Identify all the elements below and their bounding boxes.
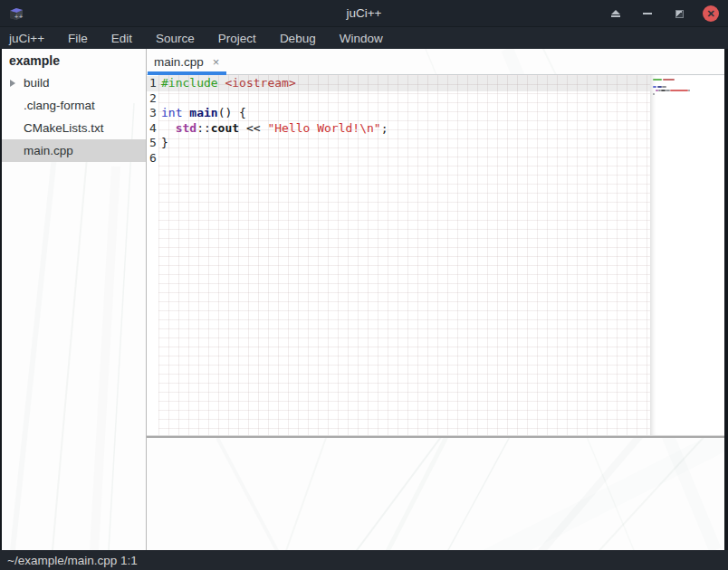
line-text: int main() {: [158, 106, 246, 121]
minimap-line-fragment: [670, 90, 688, 91]
close-icon: ✕: [703, 5, 719, 22]
titlebar[interactable]: ++ juCi++ ✕: [0, 0, 728, 27]
minimap-line-fragment: [688, 90, 690, 91]
code-line-3: 3int main() {: [147, 106, 650, 121]
project-name: example: [2, 49, 146, 71]
sidebar-divider[interactable]: [146, 49, 147, 550]
line-text: std::cout << "Hello World!\n";: [158, 121, 388, 137]
menu-juci[interactable]: juCi++: [0, 27, 56, 49]
code-line-2: 2: [147, 91, 650, 107]
file-tree: example build.clang-formatCMakeLists.txt…: [2, 49, 146, 550]
app-window: ++ juCi++ ✕ juCi++FileEditSourceProjectD…: [0, 0, 728, 570]
shade-button[interactable]: [608, 5, 624, 22]
shade-icon: [611, 10, 620, 17]
minimize-button[interactable]: [639, 5, 656, 22]
line-number: 6: [147, 151, 158, 166]
tree-item-cmakelists-txt[interactable]: CMakeLists.txt: [2, 117, 146, 139]
line-number: 1: [147, 76, 158, 91]
expander-icon[interactable]: [10, 80, 15, 87]
token-string: "Hello World!\n": [267, 121, 380, 135]
tab-close-icon[interactable]: ×: [213, 56, 220, 68]
minimap-line-fragment: [662, 86, 666, 88]
close-button[interactable]: ✕: [703, 5, 719, 22]
tree-item-label: .clang-format: [2, 99, 95, 112]
restore-icon: [675, 10, 684, 18]
token-namespace: std: [176, 121, 196, 135]
minimap-line-fragment: [653, 79, 662, 81]
minimap-line-fragment: [653, 93, 655, 95]
token-function: main: [189, 106, 217, 119]
window-controls: ✕: [608, 0, 719, 27]
menu-project[interactable]: Project: [206, 27, 268, 49]
line-number: 4: [147, 121, 158, 137]
tree-item-build[interactable]: build: [2, 71, 146, 94]
code-line-1: 1#include <iostream>: [147, 76, 650, 91]
code-line-4: 4 std::cout << "Hello World!\n";: [147, 121, 650, 137]
window-border-right: [724, 49, 728, 550]
line-text: #include <iostream>: [158, 76, 296, 91]
menu-file[interactable]: File: [56, 27, 100, 49]
code-line-6: 6: [147, 151, 650, 166]
code-editor[interactable]: 1#include <iostream>23int main() {4 std:…: [147, 75, 724, 435]
window-border-left: [0, 49, 2, 550]
minimap-line-fragment: [663, 79, 675, 81]
minimap[interactable]: [650, 75, 724, 435]
minimap-line-fragment: [653, 86, 656, 88]
terminal-panel[interactable]: [147, 438, 724, 550]
token-preproc: #include: [161, 76, 218, 90]
token-plain: <<: [239, 121, 267, 135]
code-line-5: 5}: [147, 136, 650, 151]
menubar: juCi++FileEditSourceProjectDebugWindow: [0, 27, 728, 49]
tree-item-label: CMakeLists.txt: [2, 121, 104, 135]
line-number: 3: [147, 106, 158, 121]
line-text: [158, 151, 161, 166]
token-plain: () {: [218, 106, 246, 119]
restore-button[interactable]: [671, 5, 687, 22]
token-member: cout: [211, 121, 239, 135]
token-incpath: <iostream>: [225, 76, 295, 90]
tab-label: main.cpp: [154, 55, 204, 69]
menu-source[interactable]: Source: [144, 27, 206, 49]
minimize-icon: [643, 13, 652, 14]
line-text: }: [158, 136, 168, 151]
token-plain: [161, 121, 176, 135]
main-pane: main.cpp × 1#include <iostream>23int mai…: [147, 49, 724, 550]
menu-window[interactable]: Window: [328, 27, 395, 49]
menu-debug[interactable]: Debug: [268, 27, 328, 49]
token-plain: ::: [196, 121, 211, 135]
tabbar: main.cpp ×: [147, 49, 724, 75]
status-file-position: ~/example/main.cpp 1:1: [0, 554, 138, 567]
token-keyword: int: [161, 106, 182, 119]
source-code: 1#include <iostream>23int main() {4 std:…: [147, 76, 650, 166]
token-plain: ;: [381, 121, 388, 135]
line-text: [158, 91, 161, 107]
tree-item-label: main.cpp: [2, 144, 73, 157]
line-number: 2: [147, 91, 158, 107]
tree-item-main-cpp[interactable]: main.cpp: [2, 139, 146, 162]
line-number: 5: [147, 136, 158, 151]
tree-item-label: build: [2, 76, 50, 90]
tree-item--clang-format[interactable]: .clang-format: [2, 94, 146, 117]
statusbar: ~/example/main.cpp 1:1: [0, 550, 728, 570]
token-plain: }: [161, 136, 168, 149]
file-tree-rows: build.clang-formatCMakeLists.txtmain.cpp: [2, 71, 146, 162]
menu-edit[interactable]: Edit: [100, 27, 144, 49]
